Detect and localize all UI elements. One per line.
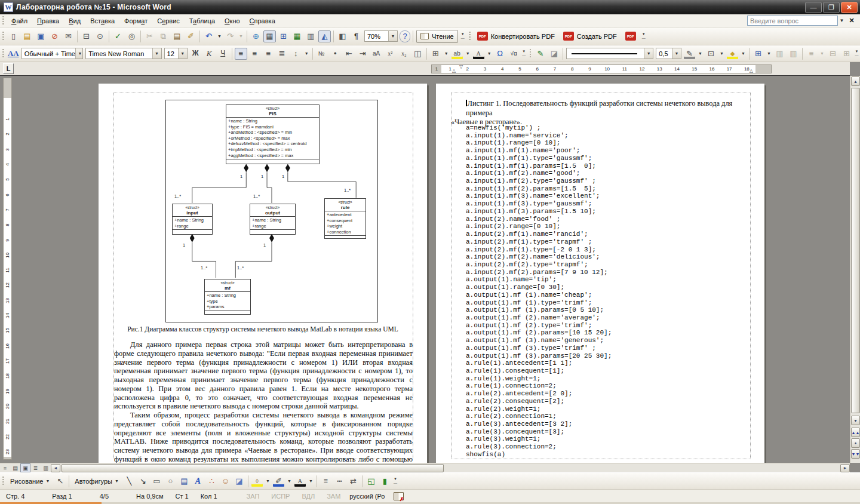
spelling-icon[interactable]: ✓ — [112, 30, 124, 42]
line-icon[interactable]: ╲ — [123, 475, 136, 487]
code-line[interactable]: a.input(1).name='service'; — [466, 132, 612, 140]
redo-icon[interactable]: ↷ — [224, 30, 236, 42]
fill-color-icon[interactable]: ◊ — [251, 475, 263, 487]
draw-table-pencil-icon[interactable]: ✎ — [534, 48, 546, 60]
highlight-dropdown-icon[interactable]: ▼ — [465, 48, 471, 60]
line-style-select[interactable]: ▼ — [566, 48, 653, 59]
code-line[interactable]: a.rule(3).concequent=[3]; — [466, 428, 612, 436]
first-line-indent-marker[interactable]: ▽ — [459, 64, 463, 69]
previous-page-icon[interactable]: ▲▲ — [851, 428, 860, 437]
fill-color-dropdown-icon[interactable]: ▼ — [265, 475, 271, 487]
right-indent-marker[interactable]: △ — [750, 69, 753, 73]
code-line[interactable]: a.rule(3).antecedent=[3 2]; — [466, 420, 612, 428]
drawing-toolbar-grip[interactable] — [2, 477, 4, 486]
page-4[interactable]: «struct» FIS +name : String+type : FIS =… — [99, 84, 427, 463]
save-icon[interactable]: ▣ — [35, 30, 47, 42]
italic-icon[interactable]: К — [203, 48, 216, 60]
oval-icon[interactable]: ○ — [164, 475, 177, 487]
wordart-icon[interactable]: A — [192, 475, 204, 487]
code-line[interactable]: a.input(1).range=[0 10]; — [466, 139, 612, 147]
horizontal-scrollbar-thumb[interactable] — [62, 464, 444, 472]
undo-dropdown-icon[interactable]: ▼ — [216, 30, 223, 42]
bulleted-list-icon[interactable]: • — [329, 48, 342, 60]
code-line[interactable]: a.input(1).mf(1).name='poor'; — [466, 147, 612, 155]
menu-insert[interactable]: Вставка — [85, 16, 119, 26]
ask-question-input[interactable]: Введите вопрос — [747, 16, 838, 26]
code-line[interactable]: a.output(1).name='tip'; — [466, 276, 612, 284]
distribute-rows-icon[interactable]: ⊟ — [827, 48, 839, 60]
menu-window[interactable]: Окно — [220, 16, 245, 26]
code-line[interactable]: a.output(1).mf (2).params=[10 15 20]; — [466, 329, 612, 337]
select-browse-object-icon[interactable]: ● — [851, 438, 860, 448]
line-color-dropdown-icon[interactable]: ▼ — [286, 475, 293, 487]
bold-icon[interactable]: Ж — [189, 48, 202, 60]
pdf-toolbar-overflow-icon[interactable]: ▼— — [640, 30, 647, 43]
code-line[interactable]: a=newfis('mytip') ; — [466, 124, 612, 132]
font-color-icon[interactable]: А — [294, 475, 306, 487]
numbered-list-icon[interactable]: № — [315, 48, 328, 60]
borders-grid-icon[interactable]: ⊡ — [705, 48, 717, 60]
code-line[interactable]: a.output(1).mf (1).type='trimf'; — [466, 299, 612, 307]
font-dropdown-icon[interactable]: ▼ — [152, 48, 161, 59]
normal-view-icon[interactable]: ≡ — [0, 463, 10, 472]
spelling-status-icon[interactable]: ✗ — [394, 492, 404, 500]
page-5[interactable]: Листинг 1. Последовательность функций ра… — [436, 84, 764, 463]
copy-icon[interactable]: ⧉ — [157, 30, 170, 42]
split-cells-icon[interactable]: ▥ — [787, 48, 800, 60]
open-folder-icon[interactable]: ▤ — [21, 30, 33, 42]
code-line[interactable]: a.output(1).mf (2).type='trimf'; — [466, 322, 612, 330]
code-line[interactable]: a.input(2).mf(2).name='delicious'; — [466, 253, 612, 261]
outside-border-icon[interactable]: ⊞ — [429, 48, 442, 60]
equation-icon[interactable]: √α — [508, 48, 520, 60]
standard-toolbar-grip[interactable] — [2, 32, 4, 41]
scroll-up-icon[interactable]: ▲ — [851, 76, 860, 86]
drawing-icon[interactable]: ◭ — [318, 30, 331, 42]
menu-file[interactable]: Файл — [7, 16, 32, 26]
insert-excel-icon[interactable]: ▦ — [291, 30, 303, 42]
help-icon[interactable]: ? — [400, 30, 410, 42]
code-line[interactable]: a.input(1).mf(3).params=[1.5 10]; — [466, 208, 612, 216]
textbox-icon[interactable]: ▤ — [178, 475, 191, 487]
rectangle-icon[interactable]: ▭ — [150, 475, 163, 487]
style-select[interactable]: Обычный + Time ▼ — [22, 48, 83, 59]
code-line[interactable]: a.input(1).mf(1).params=[1.5 0]; — [466, 162, 612, 170]
code-line[interactable]: a.input(2).name='food' ; — [466, 216, 612, 223]
code-line[interactable]: a.rule(2).weight=1; — [466, 405, 612, 413]
font-size-dropdown-icon[interactable]: ▼ — [178, 48, 187, 59]
select-objects-icon[interactable]: ↖ — [54, 475, 66, 487]
code-line[interactable]: a.rule(3).connection=2; — [466, 443, 612, 451]
menu-format[interactable]: Формат — [119, 16, 152, 26]
tables-borders-overflow-icon[interactable]: ▼— — [853, 47, 860, 60]
draw-menu-button[interactable]: Рисование ▼ — [7, 475, 53, 488]
omega-symbol-icon[interactable]: Ω — [494, 48, 506, 60]
line-style-dropdown-icon[interactable]: ▼ — [644, 48, 653, 59]
distribute-cols-icon[interactable]: ⊞ — [840, 48, 853, 60]
minimize-button[interactable]: — — [805, 2, 822, 13]
align-right-icon[interactable]: ≡ — [262, 48, 275, 60]
listing-heading[interactable]: Листинг 1. Последовательность функций ра… — [451, 99, 751, 127]
code-line[interactable]: a.rule(2).antecedent=[2 0]; — [466, 390, 612, 398]
show-marks-icon[interactable]: ¶ — [350, 30, 363, 42]
border-color-dropdown-icon[interactable]: ▼ — [697, 48, 704, 60]
picture-icon[interactable]: ◪ — [233, 475, 245, 487]
convert-pdf-button[interactable]: PDF Конвертировать PDF — [473, 30, 559, 43]
columns-icon[interactable]: ▥ — [305, 30, 317, 42]
tab-selector-button[interactable]: L — [3, 63, 14, 74]
status-mode[interactable]: ЗАП — [241, 493, 265, 500]
autoshapes-menu-button[interactable]: Автофигуры ▼ — [71, 475, 122, 488]
pdf-toolbar-grip[interactable] — [469, 32, 471, 41]
font-size-select[interactable]: 12 ▼ — [164, 48, 188, 59]
code-line[interactable]: a.rule(1).weight=1; — [466, 375, 612, 383]
menu-view[interactable]: Вид — [64, 16, 85, 26]
line-color-icon[interactable]: ✐ — [272, 475, 285, 487]
zoom-dropdown-icon[interactable]: ▼ — [388, 31, 397, 41]
web-layout-icon[interactable]: ▤ — [10, 463, 20, 472]
align-center-icon[interactable]: ≡ — [248, 48, 261, 60]
code-line[interactable]: a.rule(3).weight=1; — [466, 435, 612, 443]
menu-help[interactable]: Справка — [245, 16, 280, 26]
print-layout-icon[interactable]: ▣ — [20, 463, 30, 472]
code-line[interactable]: a.input(2).mf(1).type='trapmf' ; — [466, 238, 612, 246]
eraser-icon[interactable]: ◪ — [548, 48, 560, 60]
print-icon[interactable]: ⊟ — [80, 30, 93, 42]
font-color-dropdown-icon[interactable]: ▼ — [308, 475, 314, 487]
